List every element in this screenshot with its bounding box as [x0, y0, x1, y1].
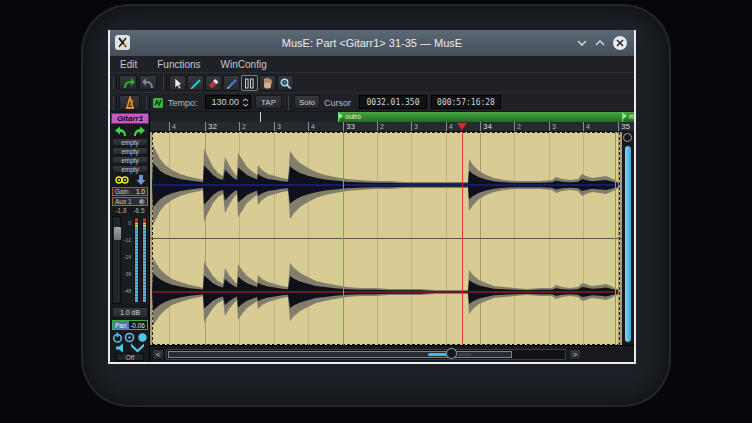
pencil-tool-icon [189, 77, 202, 90]
undo-button[interactable] [119, 75, 137, 90]
toolbar-handle[interactable] [113, 96, 117, 110]
hzoom-slider-filled[interactable] [428, 353, 447, 356]
transport-toolbar: Tempo: 130.00 TAP Solo Cursor 0032.01.35… [110, 92, 634, 112]
timeline-ruler[interactable]: 432234332343423435 [150, 122, 634, 132]
spin-down-icon[interactable] [242, 103, 249, 107]
part-list-item[interactable]: empty [112, 147, 148, 155]
tempo-value: 130.00 [206, 97, 241, 107]
gain-db-value: 1.0 dB [120, 309, 140, 316]
hzoom-slider-knob[interactable] [446, 348, 457, 359]
spin-up-icon[interactable] [242, 98, 249, 102]
cursor-position-display: 0032.01.350 [359, 95, 427, 109]
track-panel: Gitarr1 emptyemptyemptyempty Gain 1.0 Au… [110, 112, 150, 362]
chevron-down-icon [577, 40, 587, 46]
tempo-spinbox[interactable]: 130.00 [205, 95, 251, 109]
toolbar-handle[interactable] [163, 76, 167, 90]
marker-flag-icon [339, 113, 343, 119]
titlebar[interactable]: MusE: Part <Gitarr1> 31-35 — MusE [110, 30, 634, 56]
maximize-button[interactable] [592, 35, 608, 51]
tempo-master-toggle[interactable] [153, 98, 163, 108]
marker-strip[interactable]: outromo [150, 112, 634, 122]
metronome-button[interactable] [119, 95, 140, 110]
solo-label: Solo [299, 98, 315, 107]
pan-label: Pan [113, 321, 129, 329]
aux-knob-icon[interactable] [139, 199, 145, 205]
cutter-tool-button[interactable] [223, 75, 240, 91]
meter-scale-label: -48 [124, 289, 131, 294]
marker-label: outro [345, 112, 361, 122]
volume-slider-thumb[interactable] [114, 227, 121, 240]
cursor-time-display: 000:57:16:28 [431, 95, 501, 109]
aux-label: Aux 1 [115, 198, 132, 205]
tempo-master-icon [153, 98, 163, 108]
redo-button[interactable] [139, 75, 157, 90]
prev-part-button[interactable] [113, 126, 128, 137]
pointer-tool-button[interactable] [169, 75, 186, 91]
vertical-zoom-knob[interactable] [623, 133, 632, 142]
menu-item-winconfig[interactable]: WinConfig [221, 59, 267, 70]
ruler-tick: 33 [343, 122, 355, 132]
menubar: EditFunctionsWinConfig [110, 56, 634, 72]
part-list-item[interactable]: empty [112, 156, 148, 164]
range-tool-icon [243, 77, 256, 90]
toolbar-handle[interactable] [113, 76, 117, 90]
meter-scale: 0-12-24-36-48 [122, 216, 132, 304]
volume-slider[interactable] [112, 216, 121, 304]
automation-mode[interactable]: Off [116, 353, 144, 361]
aux-send-control[interactable]: Aux 1 [112, 197, 148, 206]
waveform-plot [150, 132, 622, 345]
scroll-left-icon: < [156, 350, 161, 359]
speaker-icon[interactable] [115, 343, 124, 353]
ruler-tick: 4 [308, 122, 315, 132]
vertical-scroll-thumb[interactable] [625, 146, 631, 342]
next-part-button[interactable] [132, 126, 147, 137]
toolbar-handle[interactable] [146, 96, 150, 110]
toolbar-handle[interactable] [288, 96, 292, 110]
collapse-icon[interactable] [130, 343, 145, 353]
menu-item-edit[interactable]: Edit [120, 59, 137, 70]
marker-region[interactable]: mo [622, 112, 634, 122]
eraser-tool-icon [207, 77, 220, 90]
shade-button[interactable] [574, 35, 590, 51]
hzoom-slider-track[interactable] [458, 353, 472, 356]
waveform-canvas[interactable] [150, 132, 622, 345]
ruler-tick: 4 [583, 122, 590, 132]
menu-item-functions[interactable]: Functions [157, 59, 200, 70]
gain-value: 1.0 [136, 188, 145, 195]
solo-button[interactable]: Solo [294, 95, 320, 109]
playhead-line [462, 132, 463, 345]
tap-button[interactable]: TAP [255, 95, 282, 109]
route-down-icon[interactable] [136, 175, 146, 185]
track-name[interactable]: Gitarr1 [111, 113, 149, 124]
ruler-tick: 4 [446, 122, 453, 132]
playhead-marker[interactable] [457, 123, 467, 130]
range-tool-button[interactable] [241, 75, 258, 91]
zoom-tool-button[interactable] [277, 75, 294, 91]
pencil-tool-button[interactable] [187, 75, 204, 91]
marker-region[interactable]: outro [338, 112, 622, 122]
tap-label: TAP [261, 98, 276, 107]
ruler-tick: 2 [239, 122, 246, 132]
horizontal-scroll-track[interactable] [166, 349, 566, 360]
stereo-icon[interactable] [115, 176, 129, 184]
scroll-left-button[interactable]: < [152, 349, 164, 360]
ruler-tick: 2 [514, 122, 521, 132]
cursor-label: Cursor [324, 98, 351, 108]
scroll-right-button[interactable]: > [569, 349, 581, 360]
eraser-tool-button[interactable] [205, 75, 222, 91]
scroll-right-icon: > [573, 350, 578, 359]
marker-tick [260, 112, 261, 122]
close-button[interactable] [612, 35, 628, 51]
close-icon [613, 36, 627, 50]
metronome-icon [123, 96, 137, 109]
gain-db-button[interactable]: 1.0 dB [112, 307, 148, 318]
pan-control[interactable]: Pan -0.06 [112, 320, 148, 330]
window-title: MusE: Part <Gitarr1> 31-35 — MusE [110, 37, 634, 49]
gain-control[interactable]: Gain 1.0 [112, 187, 148, 196]
pan-tool-button[interactable] [259, 75, 276, 91]
vertical-scrollbar[interactable] [622, 132, 634, 345]
part-list-item[interactable]: empty [112, 138, 148, 146]
part-list-item[interactable]: empty [112, 165, 148, 173]
ruler-tick: 2 [377, 122, 384, 132]
peak-right: -6.5 [133, 207, 144, 215]
